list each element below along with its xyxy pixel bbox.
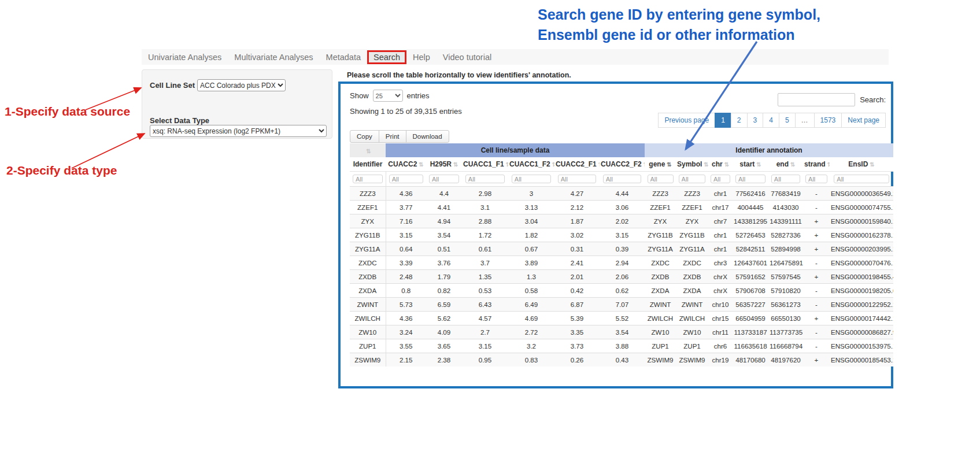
filter-input-gene[interactable] bbox=[648, 175, 674, 183]
filter-input-start[interactable] bbox=[735, 175, 765, 183]
cell-cuacc2: 7.16 bbox=[386, 214, 426, 228]
filter-input-cuacc1-f2[interactable] bbox=[512, 175, 551, 183]
cell-h295r: 4.94 bbox=[426, 214, 462, 228]
filter-input-end[interactable] bbox=[771, 175, 800, 183]
filter-row bbox=[350, 172, 893, 187]
filter-input-identifier[interactable] bbox=[353, 175, 383, 183]
cell-symbol: ZXDC bbox=[676, 256, 708, 270]
export-copy-button[interactable]: Copy bbox=[350, 130, 379, 143]
cell-identifier: ZWINT bbox=[350, 298, 386, 312]
cell-gene: ZZEF1 bbox=[645, 201, 676, 214]
column-label: H295R bbox=[430, 160, 452, 168]
column-header-start[interactable]: start⇅ bbox=[733, 157, 768, 172]
nav-tab-search[interactable]: Search bbox=[367, 50, 406, 64]
previous-page-button[interactable]: Previous page bbox=[658, 113, 715, 128]
cell-end: 52827336 bbox=[768, 228, 803, 242]
next-page-button[interactable]: Next page bbox=[841, 113, 886, 128]
group-header-row: ⇅Cell line/sample dataIdentifier annotat… bbox=[350, 143, 893, 157]
nav-tab-metadata[interactable]: Metadata bbox=[320, 50, 367, 64]
column-label: CUACC2 bbox=[388, 160, 417, 168]
filter-input-h295r[interactable] bbox=[429, 175, 459, 183]
page-button-5[interactable]: 5 bbox=[779, 113, 796, 128]
page-button-4[interactable]: 4 bbox=[763, 113, 779, 128]
column-header-gene[interactable]: gene⇅ bbox=[645, 157, 676, 172]
sort-icon: ⇅ bbox=[366, 148, 371, 154]
column-label: CUACC1_F1 bbox=[463, 160, 504, 168]
cell-start: 52726453 bbox=[733, 228, 768, 242]
cell-h295r: 4.41 bbox=[426, 201, 462, 214]
page-button-2[interactable]: 2 bbox=[731, 113, 748, 128]
cell-cuacc1-f2: 3.89 bbox=[508, 256, 554, 270]
cell-identifier: ZUP1 bbox=[350, 339, 386, 353]
cell-cuacc2-f2: 0.39 bbox=[600, 242, 645, 256]
cell-h295r: 3.65 bbox=[426, 339, 462, 353]
nav-tab-univariate-analyses[interactable]: Univariate Analyses bbox=[142, 50, 228, 64]
filter-input-symbol[interactable] bbox=[679, 175, 706, 183]
export-print-button[interactable]: Print bbox=[379, 130, 406, 143]
cell-start: 113733187 bbox=[733, 325, 768, 339]
table-row: ZYG11B3.153.541.721.823.023.15ZYG11BZYG1… bbox=[350, 228, 893, 242]
cell-start: 143381295 bbox=[733, 214, 768, 228]
cell-line-set-select[interactable]: ACC Colorado plus PDX bbox=[197, 79, 286, 91]
column-header-h295r[interactable]: H295R⇅ bbox=[426, 157, 462, 172]
filter-cell-symbol bbox=[676, 172, 708, 187]
cell-gene: ZWILCH bbox=[645, 312, 676, 325]
cell-start: 77562416 bbox=[733, 187, 768, 201]
column-header-cuacc2-f1[interactable]: CUACC2_F1⇅ bbox=[554, 157, 600, 172]
cell-gene: ZYG11A bbox=[645, 242, 676, 256]
cell-ensid: ENSG00000159840.16 bbox=[830, 214, 893, 228]
page-button-3[interactable]: 3 bbox=[747, 113, 764, 128]
filter-cell-gene bbox=[645, 172, 676, 187]
cell-ensid: ENSG00000198205.6 bbox=[830, 284, 893, 298]
cell-start: 52842511 bbox=[733, 242, 768, 256]
column-header-cuacc1-f1[interactable]: CUACC1_F1⇅ bbox=[462, 157, 508, 172]
cell-strand: + bbox=[803, 242, 830, 256]
cell-ensid: ENSG00000036549.13 bbox=[830, 187, 893, 201]
cell-cuacc2: 5.73 bbox=[386, 298, 426, 312]
page-button-1573[interactable]: 1573 bbox=[814, 113, 842, 128]
cell-ensid: ENSG00000203995.10 bbox=[830, 242, 893, 256]
column-header-cuacc2[interactable]: CUACC2⇅ bbox=[386, 157, 426, 172]
pagination-ellipsis[interactable]: … bbox=[795, 113, 815, 128]
filter-input-cuacc2-f2[interactable] bbox=[603, 175, 642, 183]
pagination: Previous page12345…1573Next page bbox=[659, 113, 886, 128]
cell-h295r: 6.59 bbox=[426, 298, 462, 312]
cell-cuacc2: 0.64 bbox=[386, 242, 426, 256]
cell-cuacc2-f2: 3.54 bbox=[600, 325, 645, 339]
cell-strand: - bbox=[803, 187, 830, 201]
cell-strand: + bbox=[803, 353, 830, 367]
column-header-cuacc2-f2[interactable]: CUACC2_F2⇅ bbox=[600, 157, 645, 172]
cell-start: 57591652 bbox=[733, 270, 768, 284]
column-header-end[interactable]: end⇅ bbox=[768, 157, 803, 172]
cell-chr: chr10 bbox=[708, 298, 733, 312]
cell-strand: - bbox=[803, 201, 830, 214]
cell-cuacc1-f2: 3.13 bbox=[508, 201, 554, 214]
filter-input-ensid[interactable] bbox=[834, 175, 889, 183]
column-header-identifier[interactable]: Identifier bbox=[350, 157, 386, 172]
column-header-symbol[interactable]: Symbol⇅ bbox=[676, 157, 708, 172]
page-button-1[interactable]: 1 bbox=[715, 113, 731, 128]
filter-input-chr[interactable] bbox=[711, 175, 730, 183]
cell-strand: - bbox=[803, 256, 830, 270]
filter-input-strand[interactable] bbox=[805, 175, 827, 183]
filter-input-cuacc2-f1[interactable] bbox=[558, 175, 597, 183]
export-download-button[interactable]: Download bbox=[406, 130, 449, 143]
cell-identifier: ZXDA bbox=[350, 284, 386, 298]
column-header-ensid[interactable]: EnsID⇅ bbox=[830, 157, 893, 172]
column-header-cuacc1-f2[interactable]: CUACC1_F2⇅ bbox=[508, 157, 554, 172]
filter-input-cuacc2[interactable] bbox=[389, 175, 423, 183]
nav-tab-help[interactable]: Help bbox=[406, 50, 437, 64]
table-row: ZUP13.553.653.153.23.733.88ZUP1ZUP1chr61… bbox=[350, 339, 893, 353]
column-header-chr[interactable]: chr⇅ bbox=[708, 157, 733, 172]
column-header-strand[interactable]: strand⇅ bbox=[803, 157, 830, 172]
cell-gene: ZXDC bbox=[645, 256, 676, 270]
table-search-input[interactable] bbox=[778, 93, 855, 106]
page-length-select[interactable]: 25 bbox=[373, 90, 403, 102]
nav-tab-video-tutorial[interactable]: Video tutorial bbox=[437, 50, 498, 64]
data-type-select[interactable]: xsq: RNA-seq Expression (log2 FPKM+1) bbox=[150, 125, 327, 137]
cell-strand: - bbox=[803, 284, 830, 298]
nav-tab-multivariate-analyses[interactable]: Multivariate Analyses bbox=[228, 50, 319, 64]
cell-h295r: 4.09 bbox=[426, 325, 462, 339]
filter-input-cuacc1-f1[interactable] bbox=[465, 175, 505, 183]
cell-chr: chrX bbox=[708, 270, 733, 284]
